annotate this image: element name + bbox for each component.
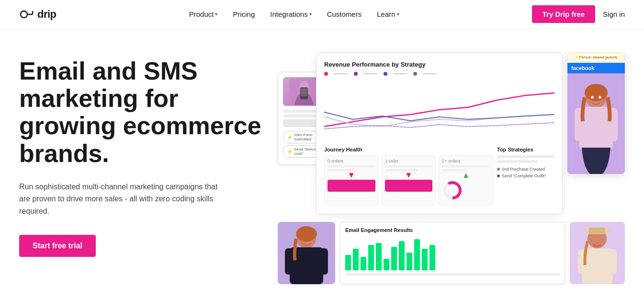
lightning-icon: ⚡: [287, 135, 293, 140]
legend-dot-purple: [354, 72, 358, 76]
order-label-1: 1 order: [385, 159, 433, 163]
logo[interactable]: drip: [19, 7, 56, 22]
bottom-row: Email Engagement Results: [278, 222, 625, 284]
bar-item: [429, 245, 435, 270]
hero-content: Email and SMS marketing for growing ecom…: [19, 53, 268, 257]
start-trial-button[interactable]: Start free trial: [19, 235, 96, 257]
svg-rect-26: [589, 228, 605, 234]
order-bar-line2: [328, 169, 356, 171]
nav-integrations[interactable]: Integrations ▾: [263, 6, 318, 22]
logo-text: drip: [37, 8, 56, 21]
svg-point-22: [296, 226, 317, 242]
facebook-image: [567, 73, 625, 174]
legend-dot-gray: [413, 72, 417, 76]
strat-line-2: [497, 160, 537, 163]
lightning-icon: ⚡: [287, 149, 293, 154]
bar-item: [353, 249, 359, 270]
star-icon: ★: [575, 55, 578, 59]
order-bar-line3: [385, 165, 433, 167]
bottom-section: Journey Health 0 orders 1 order: [324, 147, 554, 206]
legend-line-2: [363, 73, 378, 74]
down-arrow-red: [349, 173, 354, 178]
legend-line-3: [393, 73, 407, 74]
bar-item: [376, 243, 382, 270]
bar-item: [399, 241, 405, 270]
legend-line-1: [334, 73, 348, 74]
bar-item: [422, 249, 428, 270]
svg-point-16: [599, 96, 601, 99]
blue-dot-icon: [497, 174, 500, 177]
nav-pricing[interactable]: Pricing: [226, 6, 261, 22]
facebook-card: ★ Person viewed jackets facebook: [567, 53, 625, 174]
svg-point-15: [591, 96, 594, 99]
legend-line-4: [423, 73, 437, 74]
green-dot-icon: [497, 168, 500, 171]
bottom-person-1: [278, 222, 335, 284]
bottom-person-2: [570, 222, 625, 284]
nav-items: Product ▾ Pricing Integrations ▾ Custome…: [182, 6, 406, 22]
journey-health: Journey Health 0 orders 1 order: [324, 147, 493, 206]
order-bar-line5: [442, 165, 490, 167]
svg-point-0: [21, 11, 27, 18]
donut-chart: [442, 180, 463, 201]
order-bar-pink-0: [328, 180, 375, 192]
order-bar-line4: [385, 169, 418, 171]
down-arrow-red2: [407, 173, 411, 178]
bar-item: [384, 259, 389, 270]
hero-dashboard: ⚡ SMS Form Submitted ⚡ Send "Welcome cod…: [278, 53, 625, 289]
bar-item: [368, 245, 374, 270]
bar-item: [345, 255, 351, 271]
top-strategies: Top Strategies 2nd Purchase Created Send…: [497, 147, 554, 206]
bar-item: [361, 257, 366, 270]
chevron-down-icon: ▾: [309, 12, 312, 17]
try-drip-button[interactable]: Try Drip free: [532, 5, 595, 23]
bar-item: [407, 253, 412, 270]
journey-cols: 0 orders 1 order: [324, 155, 493, 206]
strat-line-1: [497, 155, 554, 158]
order-label-0: 0 orders: [328, 159, 375, 163]
journey-col-2: 2+ orders: [439, 155, 493, 206]
navbar: drip Product ▾ Pricing Integrations ▾ Cu…: [0, 0, 644, 29]
order-label-2: 2+ orders: [442, 159, 490, 163]
fb-tag: ★ Person viewed jackets: [567, 53, 625, 62]
bar-chart: [345, 237, 560, 270]
svg-rect-21: [319, 248, 328, 275]
chart-legend: [324, 72, 554, 76]
journey-col-1: 1 order: [382, 155, 436, 206]
hero-section: Email and SMS marketing for growing ecom…: [0, 29, 644, 289]
order-bar-line6: [442, 169, 466, 171]
email-engagement-card: Email Engagement Results: [340, 222, 565, 284]
facebook-header: facebook: [567, 63, 625, 73]
nav-learn[interactable]: Learn ▾: [370, 6, 406, 22]
chart-axis: [345, 273, 560, 276]
hero-title: Email and SMS marketing for growing ecom…: [19, 58, 268, 167]
nav-product[interactable]: Product ▾: [182, 6, 225, 22]
order-bar-pink-1: [385, 180, 433, 192]
svg-point-14: [585, 84, 608, 101]
bar-item: [391, 247, 397, 270]
chevron-down-icon: ▾: [397, 12, 399, 17]
nav-customers[interactable]: Customers: [320, 6, 369, 22]
nav-actions: Try Drip free Sign in: [532, 5, 625, 23]
hero-subtitle: Run sophisticated multi-channel marketin…: [19, 181, 220, 218]
up-arrow-green: [463, 173, 468, 178]
strat-item-1: 2nd Purchase Created: [497, 167, 554, 172]
journey-col-0: 0 orders: [324, 155, 379, 206]
legend-dot-blue: [384, 72, 387, 76]
order-bar-line: [328, 165, 375, 167]
dashboard-card: Revenue Performance by Strategy: [316, 53, 563, 214]
signin-link[interactable]: Sign in: [603, 10, 625, 18]
legend-dot-pink: [324, 72, 328, 76]
chevron-down-icon: ▾: [215, 12, 217, 17]
chart-title: Revenue Performance by Strategy: [324, 61, 554, 68]
bar-item: [414, 239, 420, 270]
strat-item-2: Send "Complete Outfit": [497, 173, 554, 178]
svg-rect-6: [301, 89, 307, 96]
line-chart: [324, 79, 554, 141]
svg-rect-29: [609, 249, 617, 274]
svg-rect-20: [285, 248, 294, 275]
